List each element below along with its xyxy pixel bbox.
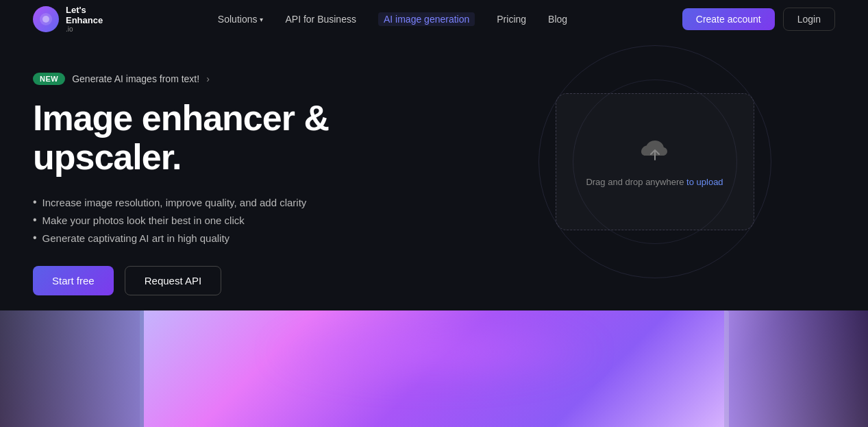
nav-blog[interactable]: Blog [548, 14, 567, 25]
banner-fade-left [0, 310, 144, 427]
logo-icon [33, 6, 59, 32]
hero-title: Image enhancer & upscaler. [33, 99, 474, 177]
new-badge-wrapper: NEW Generate AI images from text! › [33, 73, 474, 85]
hero-upload: Drag and drop anywhere to upload [474, 66, 835, 258]
badge-arrow-icon: › [206, 73, 210, 84]
bullet-1: Increase image resolution, improve quali… [33, 196, 474, 208]
nav-api-business[interactable]: API for Business [285, 14, 356, 25]
new-badge: NEW [33, 73, 65, 85]
nav-links: Solutions ▾ API for Business AI image ge… [218, 12, 567, 26]
bullet-2: Make your photos look their best in one … [33, 214, 474, 226]
banner-fade-right [724, 310, 868, 427]
upload-cloud-icon [638, 136, 671, 169]
hero-ctas: Start free Request API [33, 266, 474, 295]
navbar: Let's Enhance .io Solutions ▾ API for Bu… [0, 0, 868, 38]
nav-ai-image[interactable]: AI image generation [378, 12, 475, 26]
badge-text: Generate AI images from text! [72, 73, 199, 84]
logo[interactable]: Let's Enhance .io [33, 5, 103, 33]
bottom-banner [0, 310, 868, 427]
hero-content: NEW Generate AI images from text! › Imag… [33, 66, 474, 295]
request-api-button[interactable]: Request API [125, 266, 221, 295]
svg-point-1 [42, 16, 49, 23]
login-button[interactable]: Login [783, 8, 835, 31]
upload-link[interactable]: to upload [686, 177, 723, 187]
nav-solutions[interactable]: Solutions ▾ [218, 14, 264, 25]
banner-glow [263, 317, 606, 386]
upload-dropzone[interactable]: Drag and drop anywhere to upload [556, 93, 754, 230]
chevron-down-icon: ▾ [260, 16, 263, 23]
hero-section: NEW Generate AI images from text! › Imag… [0, 38, 868, 317]
nav-pricing[interactable]: Pricing [497, 14, 526, 25]
nav-actions: Create account Login [682, 8, 835, 31]
upload-hint: Drag and drop anywhere to upload [586, 177, 723, 187]
logo-text: Let's Enhance .io [66, 5, 103, 33]
create-account-button[interactable]: Create account [682, 8, 775, 30]
bullet-3: Generate captivating AI art in high qual… [33, 232, 474, 244]
start-free-button[interactable]: Start free [33, 266, 114, 295]
hero-bullets: Increase image resolution, improve quali… [33, 196, 474, 244]
